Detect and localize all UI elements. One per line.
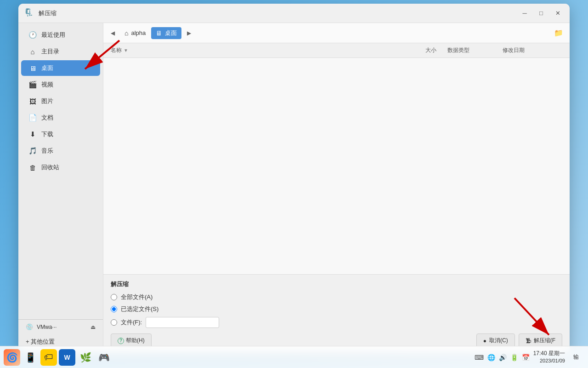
sidebar-item-download[interactable]: ⬇ 下载	[21, 126, 100, 142]
extract-section-label: 解压缩	[111, 280, 562, 288]
desktop-crumb-icon: 🖥	[156, 29, 162, 37]
alpha-crumb-label: alpha	[131, 29, 146, 36]
sys-icon-volume[interactable]: 🔊	[498, 353, 508, 362]
radio-all-label: 全部文件(A)	[121, 293, 153, 301]
sidebar-label-trash: 回收站	[41, 163, 59, 172]
app-icon: 🗜️	[24, 8, 35, 19]
input-method-icon[interactable]: 输	[568, 349, 584, 366]
sidebar-item-recent[interactable]: 🕐 最近使用	[21, 27, 100, 43]
column-headers: 名称 ▼ 大小 数据类型 修改日期	[103, 43, 570, 58]
image-icon: 🖼	[28, 98, 37, 105]
sidebar-label-video: 视频	[41, 80, 53, 89]
video-icon: 🎬	[28, 80, 37, 89]
column-sort-icon: ▼	[124, 48, 128, 53]
trash-icon: 🗑	[28, 164, 37, 172]
radio-item-file: 文件(F):	[111, 317, 562, 328]
sys-icon-network[interactable]: 🌐	[486, 353, 496, 362]
taskbar-time[interactable]: 17:40 星期一 2023/01/09	[533, 350, 565, 364]
radio-file[interactable]	[111, 319, 117, 326]
new-folder-button[interactable]: 📁	[551, 26, 566, 40]
extract-btn-label: 解压缩(F	[534, 337, 555, 345]
radio-selected[interactable]	[111, 306, 117, 312]
main-window: 🗜️ 解压缩 ─ □ ✕ 🕐 最近使用 ⌂ 主目录 🖥 桌面 🎬	[18, 4, 570, 353]
doc-icon: 📄	[28, 114, 37, 122]
column-name-header[interactable]: 名称 ▼	[111, 46, 411, 54]
radio-selected-label: 已选定文件(S)	[121, 305, 158, 313]
sidebar-label-download: 下载	[41, 130, 53, 138]
alpha-crumb-icon: ⌂	[124, 29, 128, 37]
vmware-label: VMwa···	[37, 324, 57, 330]
sidebar-item-desktop[interactable]: 🖥 桌面	[21, 60, 100, 76]
nav-forward-button[interactable]: ▶	[183, 28, 194, 39]
taskbar: 🌀 📱 🏷 W 🌿 🎮 ⌨ 🌐 🔊 🔋 📅 17:40 星期一 2023/01/…	[0, 346, 588, 368]
time-display: 17:40 星期一	[533, 350, 565, 357]
sidebar-item-image[interactable]: 🖼 图片	[21, 93, 100, 109]
taskbar-app-4[interactable]: 🌿	[77, 349, 94, 366]
download-icon: ⬇	[28, 130, 37, 138]
sidebar: 🕐 最近使用 ⌂ 主目录 🖥 桌面 🎬 视频 🖼 图片 📄 文档	[18, 23, 103, 353]
sidebar-label-desktop: 桌面	[41, 64, 53, 72]
new-folder-icon: 📁	[554, 29, 563, 37]
breadcrumb: ⌂ alpha 🖥 桌面	[120, 27, 181, 39]
taskbar-right: ⌨ 🌐 🔊 🔋 📅 17:40 星期一 2023/01/09 输	[474, 349, 584, 366]
taskbar-app-2[interactable]: 🏷	[40, 349, 57, 366]
home-icon: ⌂	[28, 48, 37, 56]
taskbar-app-3[interactable]: W	[59, 349, 75, 366]
music-icon: 🎵	[28, 147, 37, 155]
taskbar-left: 🌀 📱 🏷 W 🌿 🎮	[4, 349, 474, 366]
cancel-icon: ●	[483, 338, 486, 344]
radio-file-label: 文件(F):	[121, 318, 142, 327]
sys-icon-keyboard[interactable]: ⌨	[474, 353, 485, 362]
taskbar-sys-icons: ⌨ 🌐 🔊 🔋 📅	[474, 353, 531, 362]
sidebar-item-home[interactable]: ⌂ 主目录	[21, 44, 100, 59]
titlebar: 🗜️ 解压缩 ─ □ ✕	[18, 4, 570, 23]
extract-btn-icon: 🗜	[526, 338, 531, 344]
extract-section: 解压缩 全部文件(A) 已选定文件(S) 文件(F):	[103, 274, 570, 353]
desktop-crumb-label: 桌面	[165, 29, 177, 37]
column-date-header[interactable]: 修改日期	[503, 46, 562, 54]
main-content: ◀ ⌂ alpha 🖥 桌面 ▶ 📁	[103, 23, 570, 353]
sidebar-label-image: 图片	[41, 97, 53, 105]
desktop-icon: 🖥	[28, 64, 37, 72]
recent-icon: 🕐	[28, 31, 37, 39]
minimize-button[interactable]: ─	[518, 7, 531, 20]
eject-icon[interactable]: ⏏	[90, 324, 96, 330]
cancel-label: 取消(C)	[489, 337, 508, 345]
nav-back-button[interactable]: ◀	[107, 28, 118, 39]
sys-icon-battery[interactable]: 🔋	[509, 353, 519, 362]
taskbar-app-1[interactable]: 📱	[22, 349, 39, 366]
taskbar-app-5[interactable]: 🎮	[96, 349, 112, 366]
window-body: 🕐 最近使用 ⌂ 主目录 🖥 桌面 🎬 视频 🖼 图片 📄 文档	[18, 23, 570, 353]
sidebar-item-vmware[interactable]: 💿 VMwa··· ⏏	[18, 319, 103, 334]
sidebar-item-music[interactable]: 🎵 音乐	[21, 143, 100, 159]
sidebar-item-video[interactable]: 🎬 视频	[21, 77, 100, 92]
other-label: + 其他位置	[26, 338, 55, 346]
breadcrumb-alpha[interactable]: ⌂ alpha	[120, 28, 150, 39]
sidebar-label-doc: 文档	[41, 114, 53, 122]
help-icon: ?	[118, 338, 124, 344]
nav-bar: ◀ ⌂ alpha 🖥 桌面 ▶ 📁	[103, 23, 570, 43]
vmware-icon: 💿	[26, 323, 33, 330]
help-label: 帮助(H)	[126, 337, 145, 345]
window-title: 解压缩	[39, 9, 518, 17]
sidebar-item-doc[interactable]: 📄 文档	[21, 110, 100, 126]
close-button[interactable]: ✕	[551, 7, 564, 20]
window-controls: ─ □ ✕	[518, 7, 564, 20]
sidebar-label-music: 音乐	[41, 147, 53, 155]
radio-group: 全部文件(A) 已选定文件(S) 文件(F):	[111, 293, 562, 328]
sidebar-item-trash[interactable]: 🗑 回收站	[21, 160, 100, 175]
breadcrumb-desktop[interactable]: 🖥 桌面	[151, 27, 181, 39]
radio-all[interactable]	[111, 294, 117, 300]
column-type-header[interactable]: 数据类型	[447, 46, 503, 54]
sys-icon-notification[interactable]: 📅	[521, 353, 531, 362]
file-list[interactable]	[103, 58, 570, 274]
maximize-button[interactable]: □	[535, 7, 548, 20]
radio-item-all: 全部文件(A)	[111, 293, 562, 301]
sidebar-label-home: 主目录	[41, 47, 59, 56]
column-size-header[interactable]: 大小	[411, 46, 447, 54]
date-display: 2023/01/09	[533, 357, 565, 364]
sidebar-label-recent: 最近使用	[41, 31, 65, 39]
radio-item-selected: 已选定文件(S)	[111, 305, 562, 313]
file-input[interactable]	[146, 317, 219, 328]
taskbar-start-icon[interactable]: 🌀	[4, 349, 20, 366]
